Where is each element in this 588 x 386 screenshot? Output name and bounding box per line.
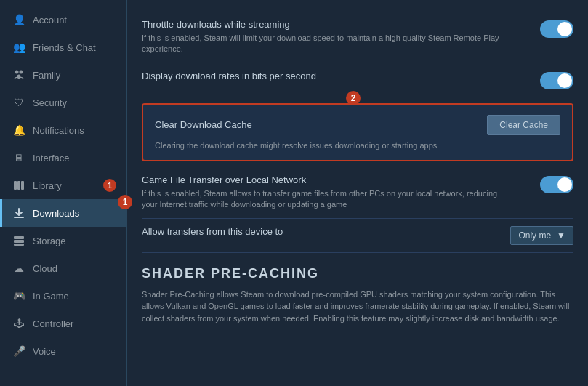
transfer-from-text: Allow transfers from this device to bbox=[142, 226, 499, 240]
sidebar: 👤 Account 👥 Friends & Chat Family 🛡 Secu… bbox=[0, 0, 127, 386]
friends-icon: 👥 bbox=[12, 41, 25, 54]
transfer-from-setting: Allow transfers from this device to Only… bbox=[142, 219, 573, 253]
sidebar-item-controller[interactable]: 🕹 Controller bbox=[0, 310, 126, 337]
sidebar-label-account: Account bbox=[33, 15, 67, 25]
svg-point-0 bbox=[15, 71, 19, 74]
sidebar-item-downloads[interactable]: Downloads bbox=[0, 199, 126, 227]
sidebar-item-interface[interactable]: 🖥 Interface bbox=[0, 144, 126, 172]
transfer-desc: If this is enabled, Steam allows to tran… bbox=[142, 188, 505, 211]
family-icon bbox=[12, 68, 25, 81]
throttle-title: Throttle downloads while streaming bbox=[142, 19, 528, 30]
sidebar-label-storage: Storage bbox=[33, 236, 66, 246]
dropdown-value: Only me bbox=[518, 230, 551, 241]
display-rates-text: Display download rates in bits per secon… bbox=[142, 71, 528, 84]
sidebar-label-library: Library bbox=[33, 180, 62, 191]
display-rates-setting: Display download rates in bits per secon… bbox=[142, 63, 573, 97]
sidebar-label-ingame: In Game bbox=[33, 291, 69, 302]
transfer-from-title: Allow transfers from this device to bbox=[142, 226, 499, 237]
ingame-icon: 🎮 bbox=[12, 289, 25, 302]
library-icon bbox=[12, 179, 25, 192]
cache-desc: Clearing the download cache might resolv… bbox=[155, 141, 560, 150]
clear-cache-button[interactable]: Clear Cache bbox=[487, 115, 560, 135]
sidebar-item-account[interactable]: 👤 Account bbox=[0, 6, 126, 33]
transfer-from-dropdown[interactable]: Only me ▼ bbox=[510, 226, 573, 245]
transfer-title: Game File Transfer over Local Network bbox=[142, 174, 528, 185]
throttle-text: Throttle downloads while streaming If th… bbox=[142, 19, 528, 55]
svg-point-1 bbox=[20, 71, 23, 74]
sidebar-label-security: Security bbox=[33, 97, 67, 108]
display-rates-title: Display download rates in bits per secon… bbox=[142, 71, 528, 81]
svg-rect-4 bbox=[17, 181, 20, 190]
sidebar-label-cloud: Cloud bbox=[33, 263, 57, 274]
sidebar-label-notifications: Notifications bbox=[33, 125, 84, 136]
sidebar-item-notifications[interactable]: 🔔 Notifications bbox=[0, 116, 126, 144]
throttle-desc: If this is enabled, Steam will limit you… bbox=[142, 33, 505, 55]
throttle-toggle[interactable] bbox=[540, 20, 573, 38]
shader-section-desc: Shader Pre-Caching allows Steam to downl… bbox=[142, 289, 573, 325]
sidebar-label-interface: Interface bbox=[33, 153, 70, 164]
svg-rect-3 bbox=[14, 181, 17, 190]
sidebar-item-cloud[interactable]: ☁ Cloud bbox=[0, 254, 126, 282]
chevron-down-icon: ▼ bbox=[557, 230, 565, 241]
notifications-icon: 🔔 bbox=[12, 124, 25, 137]
sidebar-label-voice: Voice bbox=[33, 346, 56, 357]
cloud-icon: ☁ bbox=[12, 262, 25, 275]
sidebar-item-friends[interactable]: 👥 Friends & Chat bbox=[0, 33, 126, 61]
throttle-setting: Throttle downloads while streaming If th… bbox=[142, 12, 573, 63]
cache-box-top: Clear Download Cache Clear Cache bbox=[155, 115, 560, 135]
svg-rect-7 bbox=[14, 236, 24, 239]
downloads-icon bbox=[12, 206, 25, 220]
security-icon: 🛡 bbox=[12, 96, 25, 109]
clear-cache-box: Clear Download Cache Clear Cache Clearin… bbox=[142, 103, 573, 161]
cache-title: Clear Download Cache bbox=[155, 119, 252, 130]
voice-icon: 🎤 bbox=[12, 345, 25, 358]
display-rates-toggle[interactable] bbox=[540, 72, 573, 89]
transfer-toggle-knob bbox=[557, 177, 572, 192]
sidebar-item-storage[interactable]: Storage bbox=[0, 227, 126, 254]
shader-section-header: SHADER PRE-CACHING bbox=[142, 266, 573, 281]
sidebar-item-voice[interactable]: 🎤 Voice bbox=[0, 337, 126, 365]
svg-rect-9 bbox=[14, 244, 24, 246]
storage-icon bbox=[12, 234, 25, 247]
transfer-text: Game File Transfer over Local Network If… bbox=[142, 174, 528, 211]
svg-rect-8 bbox=[14, 240, 24, 243]
display-rates-toggle-knob bbox=[557, 73, 572, 88]
sidebar-label-downloads: Downloads bbox=[33, 208, 79, 219]
throttle-toggle-knob bbox=[557, 22, 572, 36]
interface-icon: 🖥 bbox=[12, 151, 25, 164]
sidebar-item-library[interactable]: Library 1 bbox=[0, 172, 126, 199]
library-badge: 1 bbox=[103, 179, 116, 192]
sidebar-label-family: Family bbox=[33, 70, 60, 81]
account-icon: 👤 bbox=[12, 13, 25, 26]
sidebar-label-controller: Controller bbox=[33, 318, 73, 329]
transfer-toggle[interactable] bbox=[540, 176, 573, 193]
main-content: Throttle downloads while streaming If th… bbox=[127, 0, 588, 386]
sidebar-item-ingame[interactable]: 🎮 In Game bbox=[0, 282, 126, 310]
sidebar-item-family[interactable]: Family bbox=[0, 61, 126, 89]
sidebar-item-security[interactable]: 🛡 Security bbox=[0, 89, 126, 116]
transfer-setting: Game File Transfer over Local Network If… bbox=[142, 167, 573, 219]
sidebar-label-friends: Friends & Chat bbox=[33, 42, 96, 53]
svg-rect-5 bbox=[21, 181, 24, 190]
controller-icon: 🕹 bbox=[12, 317, 25, 330]
